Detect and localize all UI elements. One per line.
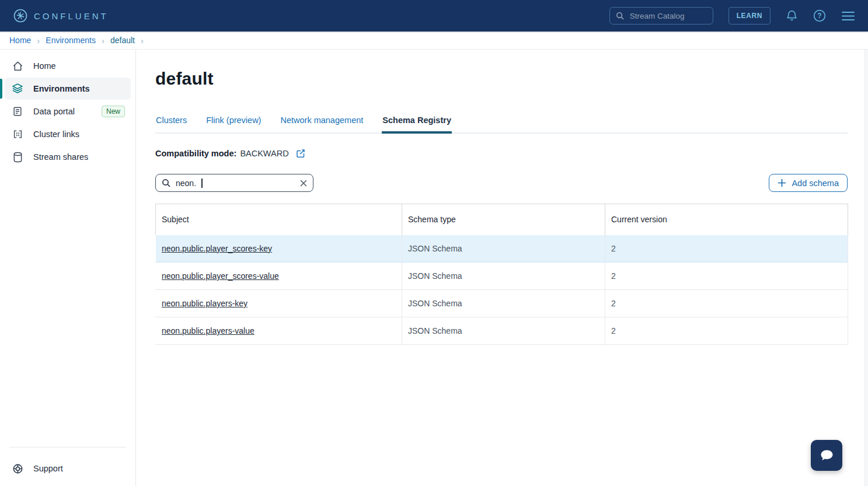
chevron-right-icon: › (37, 36, 40, 46)
chat-bubble-icon (818, 447, 835, 464)
column-header-current-version[interactable]: Current version (605, 204, 848, 235)
edit-icon (296, 149, 305, 158)
edit-compatibility-button[interactable] (296, 149, 305, 158)
text-caret (201, 179, 203, 188)
tab-flink-preview[interactable]: Flink (preview) (205, 116, 262, 134)
tab-network-management[interactable]: Network management (280, 116, 364, 134)
sidebar-item-home[interactable]: Home (5, 55, 131, 77)
notifications-button[interactable] (786, 9, 798, 22)
breadcrumb: Home › Environments › default › (0, 32, 868, 50)
learn-button[interactable]: LEARN (728, 7, 771, 25)
top-navigation-bar: CONFLUENT Stream Catalog LEARN (0, 0, 868, 32)
table-header-row: Subject Schema type Current version (156, 204, 848, 235)
subject-link[interactable]: neon.public.player_scores-key (162, 244, 272, 253)
confluent-logo-icon (13, 8, 28, 23)
help-button[interactable]: ? (813, 9, 826, 22)
table-row: neon.public.players-key JSON Schema 2 (156, 290, 848, 317)
column-header-schema-type[interactable]: Schema type (402, 204, 605, 235)
tab-clusters[interactable]: Clusters (155, 116, 187, 134)
new-badge: New (102, 106, 125, 117)
svg-text:?: ? (817, 12, 821, 20)
menu-icon (841, 11, 855, 22)
schema-type-cell: JSON Schema (402, 317, 605, 345)
schema-type-cell: JSON Schema (402, 290, 605, 317)
subject-link[interactable]: neon.public.player_scores-value (162, 271, 279, 281)
schemas-table: Subject Schema type Current version neon… (155, 204, 848, 345)
confluent-brand[interactable]: CONFLUENT (13, 8, 109, 23)
lifebuoy-icon (12, 463, 23, 474)
close-icon (300, 180, 307, 187)
plus-icon (778, 179, 786, 187)
add-schema-button[interactable]: Add schema (769, 174, 848, 192)
database-icon (12, 151, 23, 163)
layers-icon (12, 83, 23, 95)
sidebar-divider (9, 447, 126, 447)
sidebar-item-cluster-links[interactable]: Cluster links (5, 123, 131, 145)
schema-search-input[interactable]: neon. (155, 174, 313, 192)
search-icon (162, 179, 171, 188)
stream-catalog-placeholder: Stream Catalog (630, 12, 685, 20)
search-icon (616, 12, 625, 20)
scrollbar-track[interactable] (864, 50, 868, 486)
sidebar-item-label: Home (33, 61, 56, 71)
table-row: neon.public.players-value JSON Schema 2 (156, 317, 848, 345)
sidebar-item-support[interactable]: Support (5, 457, 131, 480)
table-row: neon.public.player_scores-value JSON Sch… (156, 263, 848, 290)
bell-icon (786, 9, 798, 22)
page-title: default (155, 69, 848, 89)
home-icon (12, 60, 23, 72)
clear-search-button[interactable] (300, 180, 307, 187)
sidebar-item-label: Environments (33, 84, 90, 93)
main-content: default Clusters Flink (preview) Network… (136, 50, 868, 486)
breadcrumb-home[interactable]: Home (9, 36, 31, 45)
compatibility-mode-value: BACKWARD (240, 149, 288, 158)
sidebar-item-environments[interactable]: Environments (5, 78, 131, 100)
compatibility-mode-label: Compatibility mode: (155, 149, 236, 158)
cluster-links-icon (12, 128, 23, 140)
current-version-cell: 2 (605, 263, 848, 290)
chat-widget-button[interactable] (811, 440, 842, 471)
breadcrumb-environments[interactable]: Environments (46, 36, 96, 45)
current-version-cell: 2 (605, 290, 848, 317)
sidebar-item-label: Support (33, 464, 63, 473)
table-row: neon.public.player_scores-key JSON Schem… (156, 235, 848, 263)
add-schema-label: Add schema (792, 179, 839, 188)
document-icon (12, 106, 23, 117)
subject-link[interactable]: neon.public.players-value (162, 326, 255, 335)
compatibility-mode-row: Compatibility mode: BACKWARD (155, 149, 848, 158)
current-version-cell: 2 (605, 317, 848, 345)
schema-type-cell: JSON Schema (402, 235, 605, 263)
chevron-right-icon: › (102, 36, 104, 46)
sidebar-item-label: Cluster links (33, 130, 79, 139)
stream-catalog-search[interactable]: Stream Catalog (609, 7, 713, 25)
breadcrumb-default[interactable]: default (110, 36, 135, 45)
tab-bar: Clusters Flink (preview) Network managem… (155, 116, 848, 134)
chevron-right-icon: › (141, 36, 144, 46)
sidebar-item-label: Data portal (33, 107, 75, 116)
tab-schema-registry[interactable]: Schema Registry (382, 116, 452, 134)
sidebar-item-label: Stream shares (33, 152, 88, 162)
sidebar-item-data-portal[interactable]: Data portal New (5, 100, 131, 123)
schema-type-cell: JSON Schema (402, 263, 605, 290)
help-icon: ? (813, 9, 826, 22)
subject-link[interactable]: neon.public.players-key (162, 299, 247, 308)
schema-search-value: neon. (176, 179, 196, 188)
sidebar: Home Environments Data portal New (0, 50, 136, 486)
column-header-subject[interactable]: Subject (156, 204, 402, 235)
brand-name: CONFLUENT (34, 11, 109, 21)
main-menu-button[interactable] (841, 11, 855, 22)
sidebar-item-stream-shares[interactable]: Stream shares (5, 146, 131, 168)
current-version-cell: 2 (605, 235, 848, 263)
schema-toolbar: neon. Add schema (155, 174, 848, 192)
